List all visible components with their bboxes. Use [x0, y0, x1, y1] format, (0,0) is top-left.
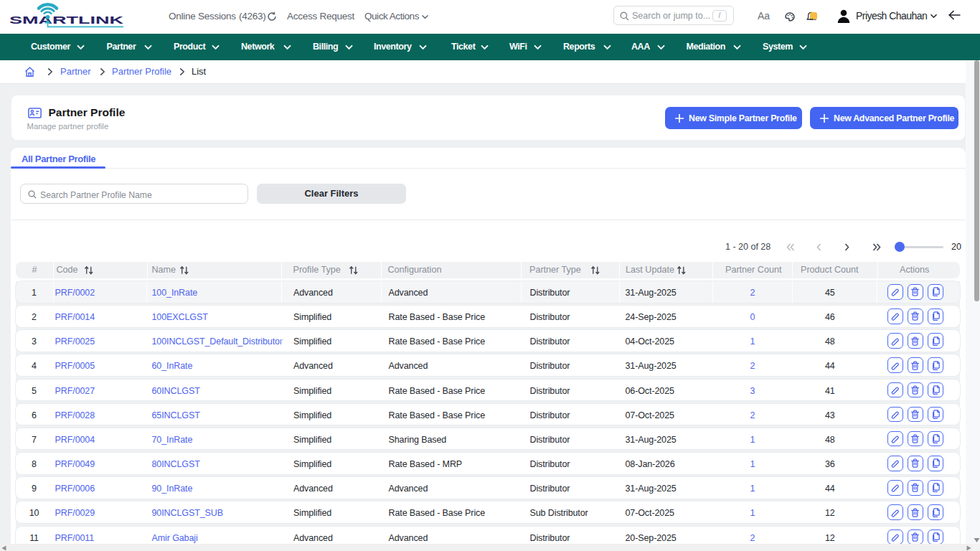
svg-text:SMARTLINK: SMARTLINK: [9, 14, 124, 26]
